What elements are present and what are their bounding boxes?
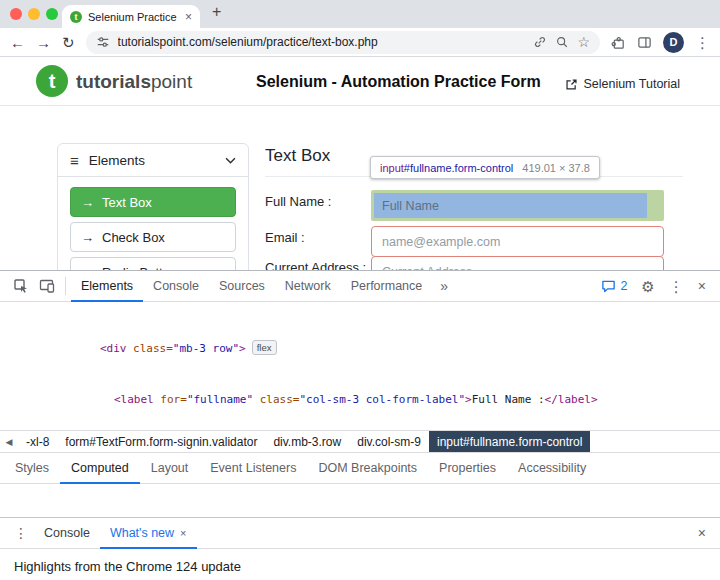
elements-tree: <div class="mb-3 row">flex <label for="f…	[0, 302, 720, 430]
sidebar-header-label: Elements	[89, 153, 215, 168]
drawer-close-icon[interactable]: ×	[692, 525, 712, 541]
more-tabs-icon[interactable]: »	[432, 278, 456, 294]
reload-button[interactable]: ↻	[62, 35, 75, 50]
dom-breadcrumb-bar: ◀ -xl-8 form#TextForm.form-signin.valida…	[0, 430, 720, 452]
sidebar-item-check-box[interactable]: → Check Box	[70, 222, 236, 252]
breadcrumb-item[interactable]: form#TextForm.form-signin.validator	[57, 431, 265, 453]
window-maximize-button[interactable]	[46, 8, 58, 20]
tab-close-icon[interactable]: ×	[185, 10, 192, 24]
logo-text-bold: tutorials	[76, 71, 151, 92]
code-token: "mb-3 row"	[173, 342, 239, 355]
styles-sidebar-tabs: Styles Computed Layout Event Listeners D…	[0, 452, 720, 484]
tab-properties[interactable]: Properties	[428, 452, 507, 484]
devtools-drawer: ⋮ Console What's new × × Highlights from…	[0, 517, 720, 580]
tutorial-link-label: Selenium Tutorial	[583, 77, 680, 91]
current-address-input[interactable]	[371, 256, 664, 270]
inspect-element-icon[interactable]	[8, 278, 34, 294]
sidebar-item-list: → Text Box → Check Box → Radio Button	[58, 177, 248, 270]
external-link-icon	[565, 78, 578, 91]
profile-avatar[interactable]: D	[663, 32, 684, 53]
tooltip-tag: input	[380, 162, 404, 174]
tab-computed[interactable]: Computed	[60, 452, 140, 484]
tab-styles[interactable]: Styles	[4, 452, 60, 484]
window-close-button[interactable]	[10, 8, 22, 20]
tab-event-listeners[interactable]: Event Listeners	[199, 452, 307, 484]
url-text[interactable]: tutorialspoint.com/selenium/practice/tex…	[118, 35, 526, 49]
tab-accessibility[interactable]: Accessibility	[507, 452, 597, 484]
forward-button[interactable]: →	[36, 35, 51, 50]
dom-node-label[interactable]: <label for="fullname" class="col-sm-3 co…	[0, 391, 720, 408]
tooltip-selector: input#fullname.form-control	[380, 162, 513, 174]
zoom-icon[interactable]	[555, 35, 569, 49]
sidebar-item-radio-button[interactable]: → Radio Button	[70, 257, 236, 270]
toolbar-divider	[65, 277, 66, 295]
page-title: Selenium - Automation Practice Form	[256, 73, 541, 91]
back-button[interactable]: ←	[10, 35, 25, 50]
code-token: <label	[114, 393, 154, 406]
email-input[interactable]	[371, 226, 664, 257]
dom-node-div-row[interactable]: <div class="mb-3 row">flex	[0, 340, 720, 357]
page-content: ≡ Elements → Text Box → Check Box → Radi…	[0, 106, 720, 270]
drawer-tab-label: What's new	[110, 526, 174, 540]
issues-counter[interactable]: 2	[601, 279, 627, 294]
form-section-heading: Text Box	[265, 146, 330, 166]
browser-tab[interactable]: t Selenium Practice - Text Box ×	[62, 5, 200, 28]
flex-badge[interactable]: flex	[252, 340, 277, 355]
sidebar-header[interactable]: ≡ Elements	[58, 144, 248, 177]
code-token: for=	[154, 393, 187, 406]
window-minimize-button[interactable]	[28, 8, 40, 20]
hamburger-icon[interactable]: ≡	[70, 152, 79, 169]
chevron-down-icon[interactable]	[225, 157, 236, 164]
devtools-close-icon[interactable]: ×	[698, 279, 706, 293]
full-name-input-highlighted[interactable]: Full Name	[371, 190, 664, 221]
devtools-settings-icon[interactable]: ⚙	[641, 279, 654, 294]
devtools-tab-network[interactable]: Network	[275, 271, 341, 302]
new-tab-button[interactable]: +	[212, 3, 221, 21]
bookmark-star-icon[interactable]: ☆	[577, 35, 590, 49]
arrow-right-icon: →	[81, 230, 94, 245]
breadcrumb-item[interactable]: -xl-8	[18, 431, 57, 453]
devtools-tab-sources[interactable]: Sources	[209, 271, 275, 302]
address-bar[interactable]: tutorialspoint.com/selenium/practice/tex…	[86, 31, 600, 54]
tooltip-dimensions: 419.01 × 37.8	[522, 162, 590, 174]
devtools-tab-console[interactable]: Console	[143, 271, 209, 302]
site-settings-icon[interactable]	[96, 35, 110, 49]
elements-sidebar: ≡ Elements → Text Box → Check Box → Radi…	[57, 143, 249, 270]
selenium-tutorial-link[interactable]: Selenium Tutorial	[565, 77, 680, 91]
breadcrumb-item-selected[interactable]: input#fullname.form-control	[429, 431, 590, 453]
sidebar-item-text-box[interactable]: → Text Box	[70, 187, 236, 217]
tab-dom-breakpoints[interactable]: DOM Breakpoints	[307, 452, 428, 484]
code-token: </label>	[545, 393, 598, 406]
tab-layout[interactable]: Layout	[140, 452, 200, 484]
whats-new-headline: Highlights from the Chrome 124 update	[0, 549, 720, 580]
sidebar-item-label: Text Box	[102, 195, 152, 210]
drawer-tab-console[interactable]: Console	[34, 518, 100, 549]
close-tab-icon[interactable]: ×	[180, 527, 186, 539]
tutorialspoint-logo-text[interactable]: tutorialspoint	[76, 71, 192, 93]
devtools-toolbar: Elements Console Sources Network Perform…	[0, 271, 720, 302]
breadcrumb-item[interactable]: div.mb-3.row	[265, 431, 349, 453]
inspect-tooltip: input#fullname.form-control 419.01 × 37.…	[370, 156, 600, 179]
side-panel-icon[interactable]	[637, 35, 652, 50]
breadcrumb-item[interactable]: div.col-sm-9	[349, 431, 429, 453]
drawer-toolbar: ⋮ Console What's new × ×	[0, 518, 720, 549]
code-token: class=	[127, 342, 173, 355]
code-token: "fullname"	[187, 393, 253, 406]
devtools-tab-performance[interactable]: Performance	[341, 271, 433, 302]
devtools-menu-icon[interactable]: ⋮	[669, 279, 684, 294]
tooltip-id-class: #fullname.form-control	[404, 162, 513, 174]
full-name-placeholder: Full Name	[382, 199, 439, 213]
full-name-label: Full Name :	[265, 194, 331, 209]
tutorialspoint-logo-icon[interactable]: t	[36, 65, 68, 97]
device-toolbar-icon[interactable]	[34, 278, 60, 294]
code-token: >	[465, 393, 472, 406]
breadcrumb-scroll-left-icon[interactable]: ◀	[0, 437, 18, 447]
drawer-tab-whats-new[interactable]: What's new ×	[100, 518, 197, 549]
link-icon[interactable]	[533, 35, 547, 49]
extensions-puzzle-icon[interactable]	[611, 35, 626, 50]
devtools-tab-elements[interactable]: Elements	[71, 271, 143, 302]
code-token: class=	[253, 393, 299, 406]
browser-menu-icon[interactable]: ⋮	[695, 35, 710, 50]
browser-tab-strip: t Selenium Practice - Text Box × +	[0, 0, 720, 28]
drawer-menu-icon[interactable]: ⋮	[8, 525, 34, 541]
